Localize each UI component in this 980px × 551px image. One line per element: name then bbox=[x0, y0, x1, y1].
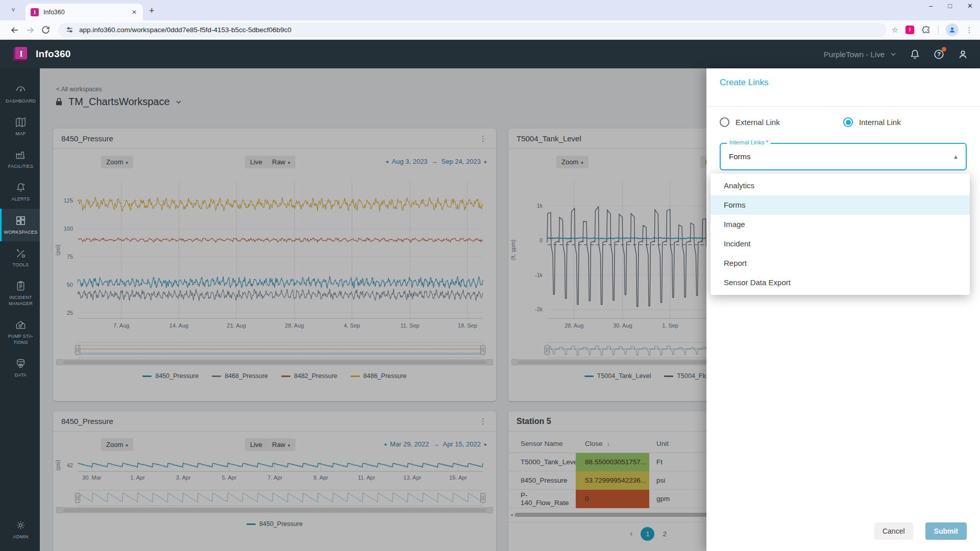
select-label: Internal Links * bbox=[727, 139, 771, 145]
sidebar-item-label: ALERTS bbox=[11, 196, 30, 202]
sidebar-item-pump[interactable]: PUMP STA- TIONS bbox=[0, 313, 40, 352]
url-bar[interactable]: app.info360.com/workspace/0ddd7e85-f5fd-… bbox=[58, 23, 887, 37]
sidebar-item-tools[interactable]: TOOLS bbox=[0, 241, 40, 274]
notification-dot bbox=[942, 47, 946, 52]
dropdown-option-forms[interactable]: Forms bbox=[710, 195, 970, 215]
sidebar-item-label: ADMIN bbox=[13, 534, 29, 540]
sidebar-item-label: DASHBOARD bbox=[6, 98, 36, 104]
dropdown-option-analytics[interactable]: Analytics bbox=[710, 176, 970, 195]
map-icon bbox=[15, 116, 27, 128]
sidebar-item-label: FACILITIES bbox=[8, 163, 34, 169]
user-profile-icon[interactable] bbox=[957, 48, 969, 60]
create-links-drawer: Create Links External Link Internal Link… bbox=[706, 68, 980, 551]
tab-close-icon[interactable]: ✕ bbox=[131, 9, 138, 16]
sidebar-item-label: PUMP STA- TIONS bbox=[8, 333, 34, 345]
window-maximize-icon[interactable]: □ bbox=[948, 2, 952, 10]
tab-search-icon[interactable]: ˅ bbox=[7, 5, 19, 17]
dashboard-icon bbox=[15, 84, 27, 95]
tools-icon bbox=[15, 247, 27, 259]
cancel-button[interactable]: Cancel bbox=[874, 522, 913, 540]
admin-icon bbox=[15, 519, 27, 531]
tab-title: Info360 bbox=[43, 9, 131, 16]
sidebar-item-dashboard[interactable]: DASHBOARD bbox=[0, 78, 40, 110]
alerts-icon bbox=[15, 182, 27, 193]
dropdown-option-report[interactable]: Report bbox=[710, 254, 970, 273]
new-tab-button[interactable]: + bbox=[149, 6, 155, 15]
internal-links-select[interactable]: Internal Links * Forms ▲ bbox=[720, 143, 967, 170]
drawer-title: Create Links bbox=[720, 78, 768, 88]
radio-internal-link[interactable]: Internal Link bbox=[843, 117, 967, 127]
sidebar-item-label: TOOLS bbox=[13, 262, 29, 268]
sidebar-item-alerts[interactable]: ALERTS bbox=[0, 176, 40, 208]
browser-men-kebab-icon[interactable]: ⋮ bbox=[966, 26, 973, 34]
sidebar-item-label: MAP bbox=[15, 131, 26, 137]
svg-text:I: I bbox=[19, 49, 23, 59]
browser-toolbar: app.info360.com/workspace/0ddd7e85-f5fd-… bbox=[0, 20, 980, 40]
sidebar-item-label: WORKSPACES bbox=[4, 229, 38, 235]
workspaces-icon bbox=[15, 215, 27, 227]
pump-icon bbox=[15, 319, 27, 331]
dropdown-option-image[interactable]: Image bbox=[710, 215, 970, 234]
incident-icon bbox=[15, 280, 27, 292]
browser-profile-avatar[interactable] bbox=[946, 23, 959, 36]
window-minimize-icon[interactable]: – bbox=[929, 2, 933, 10]
chevron-down-icon bbox=[890, 51, 897, 58]
back-icon[interactable] bbox=[7, 25, 22, 35]
sidebar-item-admin[interactable]: ADMIN bbox=[0, 513, 40, 546]
select-value: Forms bbox=[729, 152, 751, 161]
sidebar-item-data[interactable]: DATA bbox=[0, 352, 40, 384]
sidebar-item-map[interactable]: MAP bbox=[0, 110, 40, 143]
radio-checked-icon bbox=[843, 117, 853, 127]
toolbar-divider bbox=[938, 26, 939, 34]
submit-button[interactable]: Submit bbox=[925, 522, 967, 540]
app-header: I Info360 PurpleTown - Live ? bbox=[0, 40, 980, 68]
sidebar-item-workspaces[interactable]: WORKSPACES bbox=[0, 209, 40, 241]
internal-links-menu: AnalyticsFormsImageIncidentReportSensor … bbox=[710, 173, 970, 295]
sidebar-item-label: DATA bbox=[15, 372, 27, 378]
browser-tab-strip: ˅ I Info360 ✕ + – □ ✕ bbox=[0, 0, 980, 20]
browser-tab[interactable]: I Info360 ✕ bbox=[26, 4, 143, 20]
info360-logo: I bbox=[11, 45, 29, 63]
url-text: app.info360.com/workspace/0ddd7e85-f5fd-… bbox=[79, 26, 291, 34]
facilities-icon bbox=[15, 149, 27, 161]
site-settings-icon[interactable] bbox=[65, 26, 74, 34]
reload-icon[interactable] bbox=[38, 25, 53, 35]
window-close-icon[interactable]: ✕ bbox=[967, 2, 973, 10]
radio-external-link[interactable]: External Link bbox=[720, 117, 843, 127]
sidebar-item-label: INCIDENT MANAGER bbox=[9, 294, 33, 307]
bookmark-star-icon[interactable]: ☆ bbox=[892, 26, 898, 35]
extensions-puzzle-icon[interactable] bbox=[921, 25, 931, 35]
pink-extension-icon[interactable] bbox=[905, 26, 914, 34]
sidebar-item-incident[interactable]: INCIDENT MANAGER bbox=[0, 274, 40, 313]
info360-favicon: I bbox=[31, 8, 39, 16]
sidebar-item-facilities[interactable]: FACILITIES bbox=[0, 143, 40, 176]
app-brand: Info360 bbox=[36, 48, 71, 60]
svg-text:?: ? bbox=[937, 51, 941, 57]
select-open-arrow-icon[interactable]: ▲ bbox=[953, 154, 959, 160]
sidebar-nav: DASHBOARDMAPFACILITIESALERTSWORKSPACESTO… bbox=[0, 68, 40, 551]
dropdown-option-sensor-data-export[interactable]: Sensor Data Export bbox=[710, 273, 970, 292]
radio-unchecked-icon bbox=[720, 117, 729, 127]
data-icon bbox=[15, 358, 27, 369]
forward-icon[interactable] bbox=[22, 25, 38, 35]
dropdown-option-incident[interactable]: Incident bbox=[710, 234, 970, 254]
notifications-bell-icon[interactable] bbox=[909, 48, 921, 60]
drawer-divider bbox=[706, 106, 980, 107]
environment-selector[interactable]: PurpleTown - Live bbox=[824, 50, 897, 59]
help-icon[interactable]: ? bbox=[933, 48, 945, 60]
